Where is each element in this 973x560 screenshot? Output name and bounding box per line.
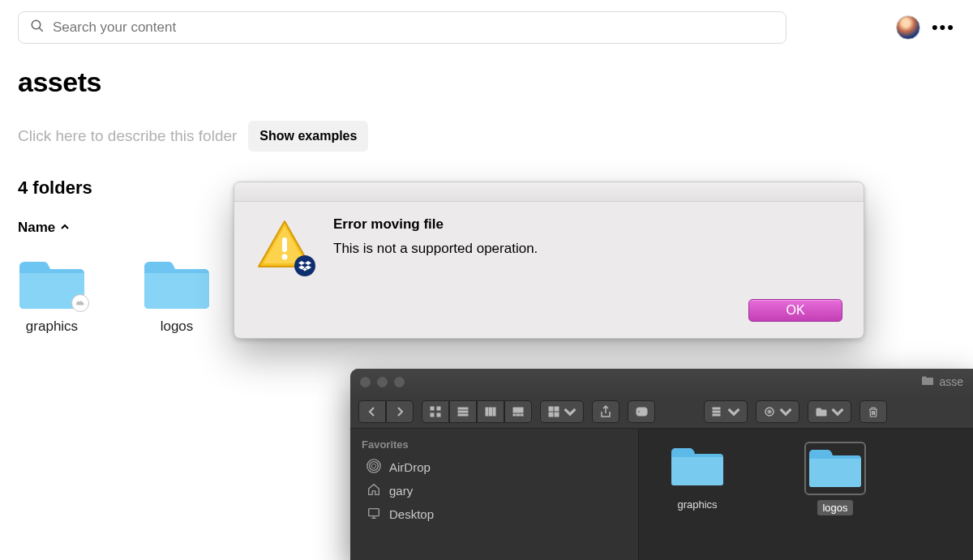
svg-rect-30 [369, 509, 379, 516]
search-icon [30, 19, 45, 36]
search-input[interactable] [53, 19, 774, 36]
svg-rect-2 [282, 237, 287, 252]
svg-rect-13 [493, 408, 495, 416]
svg-rect-23 [713, 408, 720, 409]
finder-folder-logos[interactable]: logos [806, 443, 864, 545]
svg-rect-19 [555, 407, 559, 411]
sidebar-item-home[interactable]: gary [362, 479, 627, 502]
view-gallery-button[interactable] [504, 400, 532, 423]
search-field[interactable] [18, 11, 787, 44]
home-icon [366, 482, 381, 499]
chevron-up-icon [60, 220, 70, 236]
folder-icon [670, 443, 725, 487]
svg-rect-20 [549, 413, 553, 417]
dropbox-badge-icon [294, 255, 315, 276]
page-title: assets [0, 44, 973, 98]
svg-rect-7 [437, 413, 440, 417]
svg-rect-6 [431, 413, 434, 417]
cloud-sync-icon [71, 294, 89, 312]
sidebar-item-label: gary [389, 484, 413, 498]
svg-point-22 [638, 410, 640, 412]
svg-rect-12 [490, 408, 492, 416]
finder-title: asse [939, 375, 963, 388]
avatar[interactable] [896, 15, 920, 40]
dialog-title: Error moving file [333, 216, 538, 233]
finder-folder-label: logos [817, 500, 852, 515]
column-header-name: Name [18, 220, 55, 236]
favorites-header: Favorites [362, 438, 627, 451]
new-folder-button[interactable] [808, 400, 851, 423]
svg-point-28 [370, 462, 379, 471]
nav-forward-button[interactable] [386, 400, 414, 423]
svg-rect-21 [555, 413, 559, 417]
svg-rect-24 [713, 411, 720, 413]
svg-rect-4 [431, 407, 434, 410]
group-by-button[interactable] [540, 400, 584, 423]
traffic-zoom[interactable] [394, 377, 405, 387]
finder-toolbar [350, 395, 973, 429]
warning-icon [254, 216, 315, 278]
svg-rect-10 [458, 414, 468, 416]
ok-button[interactable]: OK [748, 299, 842, 322]
error-dialog: Error moving file This is not a supporte… [234, 182, 864, 339]
svg-rect-5 [437, 407, 440, 410]
svg-rect-17 [521, 414, 523, 416]
folder-graphics[interactable]: graphics [18, 255, 86, 335]
action-menu-button[interactable] [756, 400, 799, 423]
folder-icon [143, 255, 211, 310]
view-columns-button[interactable] [477, 400, 504, 423]
folder-logos[interactable]: logos [143, 255, 211, 335]
finder-sidebar: Favorites AirDrop gary Desktop [350, 429, 639, 560]
svg-rect-11 [486, 408, 488, 416]
svg-rect-14 [513, 408, 523, 413]
finder-content: graphics logos [639, 429, 973, 560]
svg-rect-18 [549, 407, 553, 411]
svg-point-0 [32, 20, 41, 29]
folder-label: logos [161, 318, 194, 335]
desktop-icon [366, 506, 381, 523]
view-list-button[interactable] [449, 400, 477, 423]
finder-folder-graphics[interactable]: graphics [670, 443, 725, 545]
sidebar-item-airdrop[interactable]: AirDrop [362, 455, 627, 479]
svg-rect-16 [517, 414, 520, 416]
traffic-minimize[interactable] [377, 377, 388, 387]
svg-rect-25 [713, 414, 720, 416]
sidebar-item-label: AirDrop [389, 460, 431, 474]
nav-back-button[interactable] [358, 400, 386, 423]
sidebar-item-desktop[interactable]: Desktop [362, 502, 627, 526]
tags-button[interactable] [628, 400, 655, 423]
more-menu-icon[interactable]: ••• [932, 17, 955, 38]
sidebar-item-label: Desktop [389, 507, 434, 521]
folder-icon [921, 375, 934, 388]
dialog-titlebar[interactable] [234, 182, 864, 202]
share-button[interactable] [592, 400, 619, 423]
airdrop-icon [366, 459, 381, 476]
svg-rect-15 [513, 414, 516, 416]
svg-rect-8 [458, 408, 468, 409]
svg-point-3 [282, 254, 288, 260]
trash-button[interactable] [859, 400, 887, 423]
finder-titlebar[interactable]: asse [350, 369, 973, 395]
folder-icon [808, 445, 863, 489]
dialog-message: This is not a supported operation. [333, 241, 538, 257]
show-examples-button[interactable]: Show examples [248, 121, 368, 152]
folder-label: graphics [26, 318, 78, 335]
finder-folder-label: graphics [672, 497, 722, 512]
arrange-button[interactable] [704, 400, 748, 423]
view-icons-button[interactable] [422, 400, 449, 423]
svg-line-1 [39, 28, 43, 32]
folder-description-placeholder[interactable]: Click here to describe this folder [18, 127, 237, 145]
svg-point-27 [371, 464, 375, 468]
svg-rect-9 [458, 411, 468, 413]
finder-window: asse [350, 369, 973, 560]
traffic-close[interactable] [360, 377, 371, 387]
